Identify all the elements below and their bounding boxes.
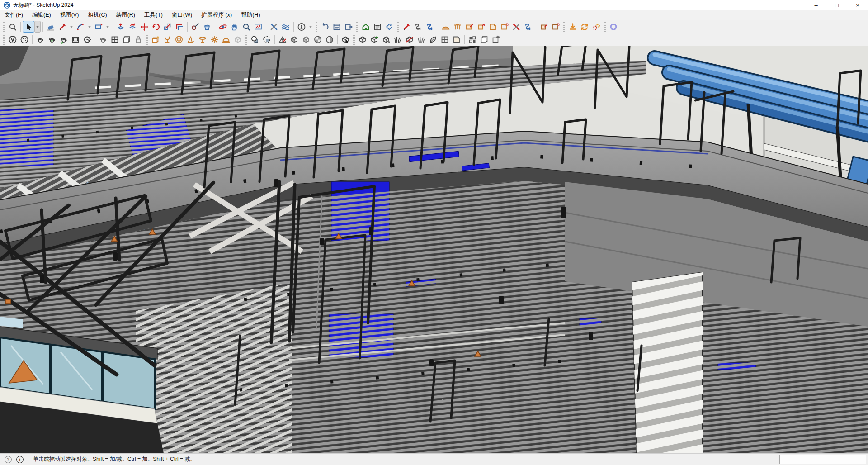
toolbar-button-paint-bucket[interactable] bbox=[201, 21, 213, 33]
toolbar-button-zoom[interactable] bbox=[241, 21, 252, 33]
restore-button[interactable]: □ bbox=[826, 0, 847, 10]
toolbar-button-select-dropdown[interactable] bbox=[34, 21, 41, 33]
toolbar-button-uv-tools[interactable] bbox=[277, 34, 288, 46]
minimize-button[interactable]: – bbox=[806, 0, 826, 10]
toolbar-button-tags-panel[interactable] bbox=[383, 21, 395, 33]
menu-item-view[interactable]: 视图(V) bbox=[56, 10, 84, 20]
menu-item-edit[interactable]: 编辑(E) bbox=[28, 10, 56, 20]
toolbar-button-offset[interactable] bbox=[174, 21, 185, 33]
menu-item-file[interactable]: 文件(F) bbox=[0, 10, 28, 20]
toolbar-button-omni-light[interactable] bbox=[208, 34, 220, 46]
toolbar-grip[interactable] bbox=[397, 22, 399, 32]
toolbar-button-pick-material[interactable] bbox=[340, 34, 351, 46]
toolbar-button-extension-settings[interactable] bbox=[590, 21, 602, 33]
menu-item-camera[interactable]: 相机(C) bbox=[83, 10, 111, 20]
toolbar-button-asset-editor[interactable] bbox=[19, 34, 30, 46]
toolbar-button-batch-render[interactable] bbox=[121, 34, 132, 46]
toolbar-button-look-around[interactable] bbox=[296, 21, 307, 33]
toolbar-button-render-last[interactable] bbox=[58, 34, 70, 46]
toolbar-button-plane-light[interactable] bbox=[161, 34, 173, 46]
toolbar-button-visibility-toggle[interactable] bbox=[490, 34, 502, 46]
toolbar-button-render-cloud[interactable] bbox=[97, 34, 109, 46]
toolbar-button-scale[interactable] bbox=[162, 21, 174, 33]
toolbar-button-look-around-dropdown[interactable] bbox=[307, 21, 314, 33]
toolbar-button-deselect-tool[interactable] bbox=[319, 21, 331, 33]
toolbar-button-stamp-tool[interactable] bbox=[463, 21, 475, 33]
info-icon[interactable]: i bbox=[16, 456, 24, 463]
toolbar-button-sandbox-from-contours[interactable] bbox=[440, 21, 452, 33]
toolbar-button-pan[interactable] bbox=[229, 21, 241, 33]
toolbar-grip[interactable] bbox=[563, 22, 565, 32]
toolbar-button-search-extensions[interactable] bbox=[608, 21, 619, 33]
toolbar-grip[interactable] bbox=[245, 35, 247, 45]
toolbar-button-entity-info[interactable] bbox=[331, 21, 343, 33]
toolbar-button-rectangle[interactable] bbox=[93, 21, 104, 33]
toolbar-button-lock-camera[interactable] bbox=[132, 34, 144, 46]
toolbar-button-arc[interactable] bbox=[75, 21, 86, 33]
toolbar-button-dome-light[interactable] bbox=[220, 34, 232, 46]
toolbar-button-search[interactable] bbox=[7, 21, 19, 33]
toolbar-button-flip-edge-tool[interactable] bbox=[510, 21, 522, 33]
toolbar-grip[interactable] bbox=[353, 35, 355, 45]
toolbar-button-fur-tool[interactable] bbox=[392, 34, 404, 46]
toolbar-button-vray-logo[interactable] bbox=[7, 34, 19, 46]
toolbar-grip[interactable] bbox=[604, 22, 606, 32]
toolbar-button-ies-light[interactable] bbox=[197, 34, 208, 46]
toolbar-button-move[interactable] bbox=[138, 21, 150, 33]
toolbar-button-sphere-light[interactable] bbox=[173, 34, 185, 46]
toolbar-button-infinite-plane[interactable] bbox=[427, 34, 439, 46]
toolbar-button-tile-grid[interactable] bbox=[467, 34, 478, 46]
toolbar-button-arc-dropdown[interactable] bbox=[86, 21, 93, 33]
toolbar-grip[interactable] bbox=[3, 22, 5, 32]
toolbar-grip[interactable] bbox=[356, 22, 358, 32]
toolbar-button-bezier-curve[interactable] bbox=[424, 21, 436, 33]
toolbar-button-cosmos-browser[interactable] bbox=[109, 34, 121, 46]
toolbar-button-back-edges[interactable] bbox=[280, 21, 292, 33]
toolbar-button-component-browser[interactable] bbox=[372, 21, 383, 33]
toolbar-button-render-interactive[interactable] bbox=[46, 34, 58, 46]
toolbar-button-zoom-extents[interactable] bbox=[252, 21, 264, 33]
close-button[interactable]: × bbox=[847, 0, 868, 10]
toolbar-button-proxy-export[interactable] bbox=[380, 34, 392, 46]
toolbar-button-box-edit-tool[interactable] bbox=[538, 21, 550, 33]
toolbar-button-line[interactable] bbox=[57, 21, 68, 33]
toolbar-button-import-model[interactable] bbox=[567, 21, 579, 33]
toolbar-button-clipper-tool[interactable] bbox=[404, 34, 415, 46]
toolbar-button-3d-warehouse[interactable] bbox=[360, 21, 372, 33]
toolbar-button-line-dropdown[interactable] bbox=[68, 21, 75, 33]
toolbar-button-push-pull[interactable] bbox=[115, 21, 127, 33]
toolbar-button-smoove-tool[interactable] bbox=[487, 21, 499, 33]
toolbar-button-lightgen[interactable] bbox=[150, 34, 161, 46]
toolbar-button-x-ray-mode[interactable] bbox=[268, 21, 280, 33]
toolbar-button-eraser[interactable] bbox=[45, 21, 57, 33]
geolocation-icon[interactable]: ? bbox=[5, 456, 12, 463]
toolbar-grip[interactable] bbox=[316, 22, 317, 32]
toolbar-button-proxy-create[interactable] bbox=[368, 34, 380, 46]
toolbar-button-frame-stack[interactable] bbox=[478, 34, 490, 46]
toolbar-button-rectangle-dropdown[interactable] bbox=[104, 21, 111, 33]
toolbar-button-proxy-preview[interactable] bbox=[357, 34, 368, 46]
toolbar-button-select[interactable] bbox=[23, 21, 34, 33]
toolbar-button-render[interactable] bbox=[34, 34, 46, 46]
toolbar-button-geometry-merge[interactable] bbox=[249, 34, 261, 46]
toolbar-button-scatter-tool[interactable] bbox=[415, 34, 427, 46]
toolbar-button-hook-tool[interactable] bbox=[522, 21, 534, 33]
toolbar-button-add-detail-tool[interactable] bbox=[499, 21, 510, 33]
toolbar-button-material-override[interactable] bbox=[324, 34, 335, 46]
menu-item-draw[interactable]: 绘图(R) bbox=[112, 10, 140, 20]
toolbar-button-freehand-path[interactable] bbox=[412, 21, 424, 33]
menu-item-extensions[interactable]: 扩展程序 (x) bbox=[197, 10, 236, 20]
toolbar-button-refresh-textures[interactable] bbox=[81, 34, 93, 46]
toolbar-button-sync-model[interactable] bbox=[579, 21, 590, 33]
menu-item-help[interactable]: 帮助(H) bbox=[236, 10, 264, 20]
viewport-3d-scene[interactable] bbox=[0, 46, 868, 453]
toolbar-button-drape-tool[interactable] bbox=[475, 21, 487, 33]
toolbar-button-tape-measure[interactable] bbox=[189, 21, 201, 33]
measurements-input[interactable] bbox=[779, 455, 866, 464]
toolbar-grip[interactable] bbox=[146, 35, 148, 45]
menu-item-window[interactable]: 窗口(W) bbox=[167, 10, 197, 20]
toolbar-button-orbit[interactable] bbox=[217, 21, 229, 33]
toolbar-button-box-radius-tool[interactable] bbox=[550, 21, 561, 33]
toolbar-button-mesh-light[interactable] bbox=[232, 34, 244, 46]
toolbar-grip[interactable] bbox=[3, 35, 5, 45]
